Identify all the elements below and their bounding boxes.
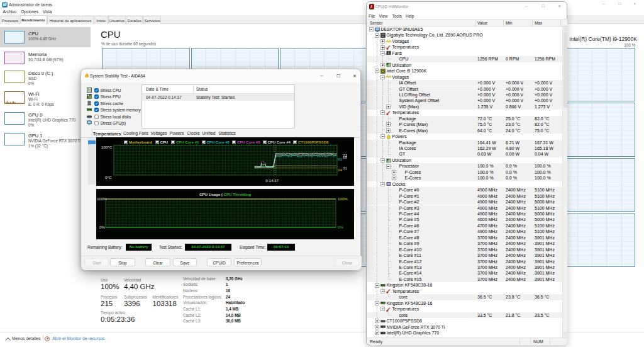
aida-tab-cooling-fans[interactable]: Cooling Fans [122,129,150,138]
sidebar-item-gpu-4[interactable]: GPU 0Intel(R) UHD Graphics 7700% [0,110,91,130]
collapse-icon[interactable] [386,164,391,169]
aida-tab-unified[interactable]: Unified [201,129,216,138]
legend-checkbox[interactable] [155,140,159,144]
hwm-maximize-button[interactable]: ☐ [541,4,545,8]
tm-minimize-button[interactable]: ─ [602,2,605,6]
aida-tab-temperatures[interactable]: Temperatures [92,129,122,138]
checkbox-checked[interactable] [94,88,99,93]
hwm-minimize-button[interactable]: ─ [525,4,528,8]
checkbox-checked[interactable] [94,101,99,106]
log-row[interactable]: 04-07-2022 0:14:37Stability Test: Starte… [142,94,294,101]
tm-maximize-button[interactable]: ☐ [618,2,621,6]
aida-close-button[interactable]: ✕ [353,74,357,78]
sidebar-item-mem-1[interactable]: Memoria30,7/31,8 GB (97%) [0,48,91,68]
legend-checkbox[interactable] [202,140,206,144]
tm-close-button[interactable]: ✕ [633,2,636,6]
scroll-down-arrow[interactable] [564,332,567,337]
clear-button[interactable]: Clear [145,258,170,266]
aida-tab-powers[interactable]: Powers [168,129,186,138]
hwm-min: 0.866 V [506,105,521,109]
collapse-icon[interactable] [375,33,379,38]
expand-icon[interactable] [380,45,385,50]
hwm-menu-view[interactable]: View [379,14,388,18]
collapse-icon[interactable] [380,307,385,311]
expand-icon[interactable] [392,170,396,174]
hwm-column-sensor[interactable]: Sensor [370,21,383,25]
expand-icon[interactable] [380,39,385,43]
expand-icon[interactable] [386,128,391,133]
checkbox-unchecked[interactable] [94,121,99,125]
resource-monitor-link[interactable]: Abrir el Monitor de recursos [52,336,104,341]
hwm-close-button[interactable]: ✕ [558,4,561,8]
tm-tab-procesos[interactable]: Procesos [1,16,19,24]
log-col-datetime[interactable]: Date & Time [146,85,169,93]
scroll-up-arrow[interactable] [564,26,567,31]
tm-menu-archivo[interactable]: Archivo [3,9,17,14]
tm-tab-inicio[interactable]: Inicio [94,16,108,24]
sidebar-item-cpu-0[interactable]: CPU100% 4,40 GHz [0,27,91,47]
expand-icon[interactable] [392,176,396,180]
tm-tab-historial-de-aplicaciones[interactable]: Historial de aplicaciones [47,16,94,24]
sidebar-item-disk-2[interactable]: Disco 0 (C:)SSD0% [0,69,91,89]
close-button[interactable]: Close [335,258,359,266]
collapse-icon[interactable] [380,182,385,186]
less-details-button[interactable]: Menos detalles [12,336,41,341]
hwm-menu-help[interactable]: Help [406,14,414,18]
legend-checkbox[interactable] [171,140,175,144]
save-button[interactable]: Save [173,258,197,266]
collapse-icon[interactable] [380,289,385,293]
aida-graph-scrollbar[interactable] [88,139,96,185]
aida-tab-clocks[interactable]: Clocks [186,129,201,138]
aida-tab-statistics[interactable]: Statistics [216,129,238,138]
collapse-icon[interactable] [375,301,379,305]
sidebar-item-gpu-5[interactable]: GPU 1NVIDIA GeForce RTX 3070 Ti1% (32 °C… [0,131,91,151]
sidebar-item-label: CPU [28,31,38,37]
tm-tab-usuarios[interactable]: Usuarios [108,16,126,24]
legend-checkbox[interactable] [124,140,128,144]
hwm-scrollbar[interactable] [562,26,567,338]
expand-icon[interactable] [386,105,391,109]
hwm-column-min[interactable]: Min [506,21,512,25]
tm-menu-vista[interactable]: Vista [43,9,52,14]
collapse-icon[interactable] [380,51,385,55]
checkbox-checked[interactable] [94,108,99,112]
preferences-button[interactable]: Preferences [234,258,262,266]
legend-checkbox[interactable] [263,140,267,144]
stop-button[interactable]: Stop [110,258,135,266]
hwm-column-max[interactable]: Max [535,21,542,25]
collapse-icon[interactable] [380,110,385,115]
aida-maximize-button[interactable]: ☐ [336,74,340,78]
collapse-icon[interactable] [380,75,385,79]
collapse-icon[interactable] [380,158,385,162]
tm-tab-servicios[interactable]: Servicios [143,16,161,24]
log-col-status[interactable]: Status [196,85,208,93]
cpuid-button[interactable]: CPUID [207,258,231,266]
collapse-icon[interactable] [369,27,374,31]
aida-minimize-button[interactable]: ─ [320,74,323,78]
tm-tab-detalles[interactable]: Detalles [126,16,143,24]
tm-tab-rendimiento[interactable]: Rendimiento [20,15,47,24]
legend-checkbox[interactable] [232,140,236,144]
expand-icon[interactable] [375,325,379,329]
expand-icon[interactable] [386,122,391,127]
collapse-icon[interactable] [375,69,379,73]
hwm-menu-file[interactable]: File [369,14,375,18]
collapse-icon[interactable] [375,283,379,288]
expand-icon[interactable] [375,331,379,335]
hwm-sensor-label: IA Cores [399,146,416,151]
checkbox-checked[interactable] [94,94,99,99]
hwm-column-value[interactable]: Value [477,21,487,25]
start-button[interactable]: Start [85,258,109,266]
aida-scroll-thumb[interactable] [88,140,96,144]
legend-checkbox[interactable] [293,140,297,144]
scroll-thumb[interactable] [564,32,567,108]
expand-icon[interactable] [375,319,379,323]
tm-menu-opciones[interactable]: Opciones [21,9,38,14]
hwm-row: CT1000P5PSSD8 [367,318,563,324]
checkbox-unchecked[interactable] [94,115,99,119]
sidebar-item-wifi-3[interactable]: Wi-FiWi-FiE: 0 R: 0 Kbps [0,89,91,110]
hwm-menu-tools[interactable]: Tools [392,14,402,18]
collapse-icon[interactable] [380,134,385,139]
expand-icon[interactable] [380,63,385,67]
aida-tab-voltages[interactable]: Voltages [150,129,168,138]
